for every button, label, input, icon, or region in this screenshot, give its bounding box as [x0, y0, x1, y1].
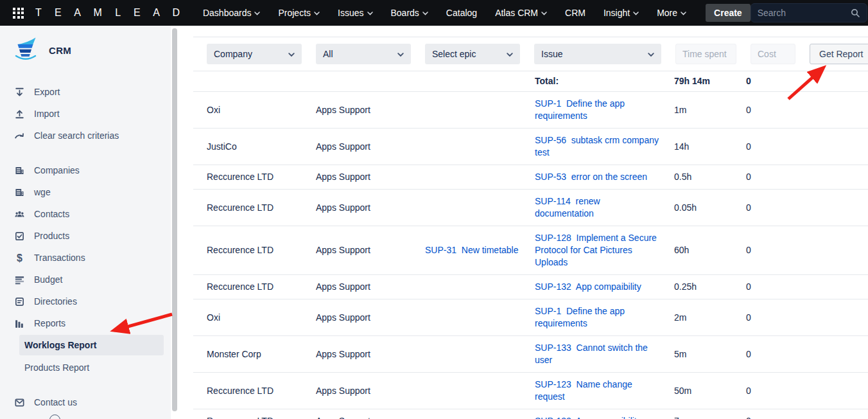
sidebar-item-directories[interactable]: Directories — [0, 290, 171, 312]
cost-cell: 0 — [746, 275, 803, 299]
issue-link[interactable]: SUP-132 App compaibility — [535, 416, 641, 419]
issue-link[interactable]: SUP-123 Name change request — [535, 379, 635, 402]
nav-item-dashboards[interactable]: Dashboards — [194, 0, 270, 26]
issue-link[interactable]: SUP-114 renew documentation — [535, 196, 603, 218]
transactions-icon: $ — [14, 253, 25, 263]
issue-link[interactable]: SUP-53 error on the screen — [535, 172, 647, 182]
nav-item-projects[interactable]: Projects — [269, 0, 329, 26]
issue-select[interactable]: Issue — [534, 44, 661, 64]
directories-icon — [14, 296, 25, 307]
sidebar-scrollbar[interactable] — [172, 28, 177, 411]
time-spent-input[interactable] — [675, 44, 736, 64]
epic-cell — [425, 190, 535, 226]
company-cell: Oxi — [193, 299, 316, 336]
sidebar-item-import[interactable]: Import — [0, 103, 171, 125]
sidebar-item-budget[interactable]: Budget — [0, 269, 171, 290]
issue-cell: SUP-132 App compaibility — [535, 275, 674, 299]
partial-bottom-icon[interactable] — [49, 415, 60, 419]
time-spent-cell: 60h — [674, 226, 746, 275]
nav-item-insight[interactable]: Insight — [595, 0, 648, 26]
nav-item-boards[interactable]: Boards — [382, 0, 437, 26]
cost-input[interactable] — [751, 44, 795, 64]
issue-link[interactable]: SUP-132 App compaibility — [535, 281, 641, 292]
category-cell: Apps Support — [316, 190, 425, 226]
issue-cell: SUP-128 Implement a Secure Protocol for … — [535, 226, 674, 275]
brand-logo[interactable]: T E A M L E A D — [35, 7, 185, 19]
sidebar-item-contacts[interactable]: Contacts — [0, 203, 171, 225]
total-label: Total: — [535, 71, 674, 92]
time-spent-cell: 14h — [674, 129, 746, 165]
issue-link[interactable]: SUP-1 Define the app requirements — [535, 306, 627, 328]
epic-cell — [425, 409, 535, 419]
company-cell: Reccurence LTD — [193, 409, 316, 419]
category-cell: Apps Support — [316, 299, 425, 336]
epic-cell — [425, 129, 535, 165]
chevron-down-icon — [633, 10, 639, 15]
epic-cell — [425, 165, 535, 190]
spacer-cell — [803, 165, 868, 190]
global-search[interactable] — [751, 3, 867, 22]
sidebar-app-title: CRM — [49, 45, 71, 56]
search-input[interactable] — [758, 8, 850, 18]
spacer-cell — [803, 190, 868, 226]
epic-cell — [425, 336, 535, 373]
chevron-down-icon — [254, 10, 260, 15]
user-select[interactable]: All — [316, 44, 411, 64]
company-cell: Reccurence LTD — [193, 226, 316, 275]
nav-item-more[interactable]: More — [648, 0, 695, 26]
companies-icon — [14, 187, 25, 198]
nav-item-catalog[interactable]: Catalog — [437, 0, 486, 26]
sidebar-item-companies[interactable]: Companies — [0, 159, 171, 181]
search-icon[interactable] — [850, 8, 860, 18]
issue-link[interactable]: SUP-1 Define the app requirements — [535, 98, 627, 121]
table-total-row: Total: 79h 14m 0 — [193, 71, 868, 92]
total-cost: 0 — [746, 71, 803, 92]
sidebar-item-products[interactable]: Products — [0, 225, 171, 247]
issue-link[interactable]: SUP-56 subtask crm company test — [535, 135, 661, 157]
epic-cell — [425, 275, 535, 299]
cost-cell: 0 — [746, 226, 803, 275]
issue-link[interactable]: SUP-133 Cannot switch the user — [535, 343, 650, 365]
create-button[interactable]: Create — [706, 4, 751, 22]
spacer-cell — [803, 373, 868, 409]
table-row: OxiApps SupportSUP-1 Define the app requ… — [193, 92, 868, 129]
epic-select[interactable]: Select epic — [425, 44, 520, 64]
chevron-down-icon — [422, 10, 428, 15]
companies-icon — [14, 165, 25, 176]
sidebar-item-contact-us[interactable]: Contact us — [0, 391, 171, 413]
app-switcher-icon[interactable] — [13, 8, 24, 19]
sidebar-item-clear-search-criterias[interactable]: Clear search criterias — [0, 125, 171, 147]
company-select[interactable]: Company — [207, 44, 302, 64]
sidebar-item-wge[interactable]: wge — [0, 181, 171, 203]
chevron-down-icon — [288, 53, 295, 57]
table-row: Reccurence LTDApps SupportSUP-132 App co… — [193, 275, 868, 299]
sidebar-subitem-products-report[interactable]: Products Report — [19, 356, 164, 379]
cost-cell: 0 — [746, 299, 803, 336]
sidebar-item-export[interactable]: Export — [0, 81, 171, 103]
get-report-button[interactable]: Get Report — [810, 44, 868, 64]
time-spent-cell: 1m — [674, 92, 746, 129]
cost-cell: 0 — [746, 92, 803, 129]
spacer-cell — [803, 129, 868, 165]
nav-item-crm[interactable]: CRM — [556, 0, 595, 26]
nav-item-atlas-crm[interactable]: Atlas CRM — [486, 0, 556, 26]
epic-link[interactable]: SUP-31 New timetable — [425, 245, 519, 255]
issue-cell: SUP-53 error on the screen — [535, 165, 674, 190]
sidebar-item-reports[interactable]: Reports — [0, 312, 171, 334]
time-spent-cell: 5m — [674, 336, 746, 373]
budget-icon — [14, 274, 25, 285]
chevron-down-icon — [314, 10, 320, 15]
chevron-down-icon — [541, 10, 547, 15]
time-spent-cell: 0.25h — [674, 275, 746, 299]
cost-cell: 0 — [746, 373, 803, 409]
nav-item-issues[interactable]: Issues — [329, 0, 381, 26]
main-menu: DashboardsProjectsIssuesBoardsCatalogAtl… — [194, 0, 695, 26]
category-cell: Apps Support — [316, 409, 425, 419]
issue-link[interactable]: SUP-128 Implement a Secure Protocol for … — [535, 233, 659, 267]
time-spent-cell: 50m — [674, 373, 746, 409]
issue-cell: SUP-133 Cannot switch the user — [535, 336, 674, 373]
table-row: OxiApps SupportSUP-1 Define the app requ… — [193, 299, 868, 336]
sidebar-item-transactions[interactable]: $Transactions — [0, 247, 171, 269]
issue-cell: SUP-1 Define the app requirements — [535, 92, 674, 129]
sidebar-subitem-worklogs-report[interactable]: Worklogs Report — [19, 335, 164, 355]
